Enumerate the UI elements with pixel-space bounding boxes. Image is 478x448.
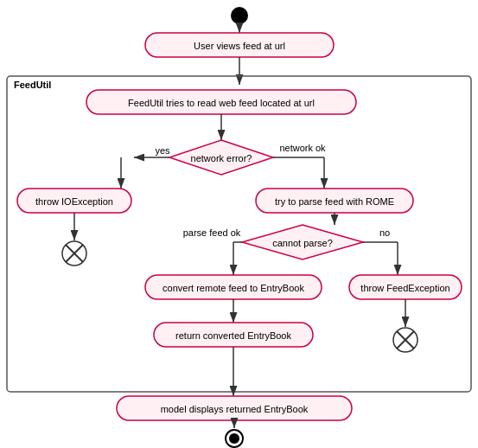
parse-feed-ok-label: parse feed ok (183, 227, 241, 238)
diagram-container: User views feed at url FeedUtil FeedUtil… (0, 0, 478, 448)
feedutil-reads-label: FeedUtil tries to read web feed located … (128, 98, 315, 108)
activity-diagram: User views feed at url FeedUtil FeedUtil… (0, 0, 478, 448)
cannot-parse-decision-label: cannot parse? (272, 238, 333, 248)
feedutil-frame-label: FeedUtil (14, 80, 51, 90)
network-ok-label: network ok (279, 143, 326, 153)
throw-feedexception-label: throw FeedException (360, 283, 449, 293)
yes-label: yes (155, 145, 170, 156)
model-displays-label: model displays returned EntryBook (161, 404, 309, 414)
no-label: no (379, 227, 390, 238)
network-decision-label: network error? (191, 153, 252, 163)
return-converted-label: return converted EntryBook (175, 330, 291, 341)
end-node-inner (229, 433, 239, 444)
try-parse-label: try to parse feed with ROME (275, 196, 394, 207)
user-views-label: User views feed at url (194, 41, 285, 51)
convert-label: convert remote feed to EntryBook (163, 283, 304, 293)
throw-ioexception-label: throw IOException (35, 196, 113, 207)
start-node (231, 7, 248, 24)
